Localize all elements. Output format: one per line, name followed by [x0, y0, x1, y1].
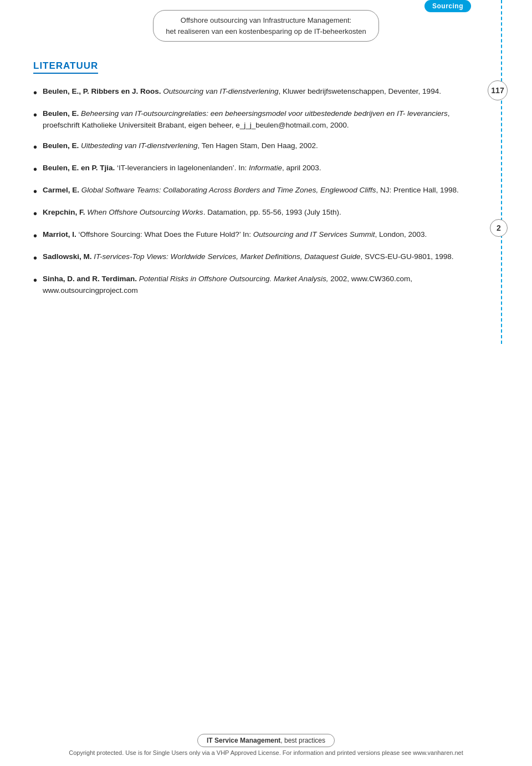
bib-bullet: •	[33, 185, 37, 198]
sourcing-badge: Sourcing	[424, 0, 471, 12]
footer-badge-bold: IT Service Management	[207, 737, 280, 744]
bib-item: •Beulen, E. Uitbesteding van IT-dienstve…	[33, 140, 466, 154]
bib-bullet: •	[33, 207, 37, 220]
bibliography-list: •Beulen, E., P. Ribbers en J. Roos. Outs…	[33, 86, 466, 297]
footer: IT Service Management, best practices Co…	[0, 734, 532, 756]
footer-badge: IT Service Management, best practices	[197, 734, 335, 747]
footer-copyright: Copyright protected. Use is for Single U…	[69, 749, 463, 756]
bib-item: •Marriot, I. ‘Offshore Sourcing: What Do…	[33, 229, 466, 242]
header-title-box: Offshore outsourcing van Infrastructure …	[153, 10, 378, 42]
bib-bullet: •	[33, 273, 37, 287]
bib-text: Beulen, E. Beheersing van IT-outsourcing…	[43, 108, 466, 131]
bib-text: Krepchin, F. When Offshore Outsourcing W…	[43, 207, 341, 219]
bib-item: •Sadlowski, M. IT-services-Top Views: Wo…	[33, 251, 466, 265]
bib-text: Carmel, E. Global Software Teams: Collab…	[43, 185, 459, 196]
bib-item: •Sinha, D. and R. Terdiman. Potential Ri…	[33, 273, 466, 297]
bib-bullet: •	[33, 229, 37, 242]
bib-text: Marriot, I. ‘Offshore Sourcing: What Doe…	[43, 229, 427, 241]
header-title-line1: Offshore outsourcing van Infrastructure …	[181, 16, 351, 24]
bib-bullet: •	[33, 86, 37, 99]
main-content: LITERATUUR •Beulen, E., P. Ribbers en J.…	[0, 42, 532, 317]
section-title: LITERATUUR	[33, 60, 98, 74]
footer-badge-rest: , best practices	[280, 737, 325, 744]
bib-text: Sadlowski, M. IT-services-Top Views: Wor…	[43, 251, 454, 263]
bib-bullet: •	[33, 108, 37, 121]
bib-bullet: •	[33, 251, 37, 265]
bib-item: •Carmel, E. Global Software Teams: Colla…	[33, 185, 466, 198]
bib-text: Beulen, E. Uitbesteding van IT-dienstver…	[43, 140, 318, 152]
bib-item: •Krepchin, F. When Offshore Outsourcing …	[33, 207, 466, 220]
bib-text: Sinha, D. and R. Terdiman. Potential Ris…	[43, 273, 466, 297]
bib-bullet: •	[33, 140, 37, 154]
bib-item: •Beulen, E., P. Ribbers en J. Roos. Outs…	[33, 86, 466, 99]
header-title-line2: het realiseren van een kostenbesparing o…	[166, 27, 366, 35]
bib-text: Beulen, E., P. Ribbers en J. Roos. Outso…	[43, 86, 441, 98]
bib-text: Beulen, E. en P. Tjia. ‘IT-leveranciers …	[43, 163, 321, 174]
bib-bullet: •	[33, 163, 37, 176]
bib-item: •Beulen, E. en P. Tjia. ‘IT-leveranciers…	[33, 163, 466, 176]
header: Sourcing Offshore outsourcing van Infras…	[0, 0, 532, 42]
bib-item: •Beulen, E. Beheersing van IT-outsourcin…	[33, 108, 466, 131]
